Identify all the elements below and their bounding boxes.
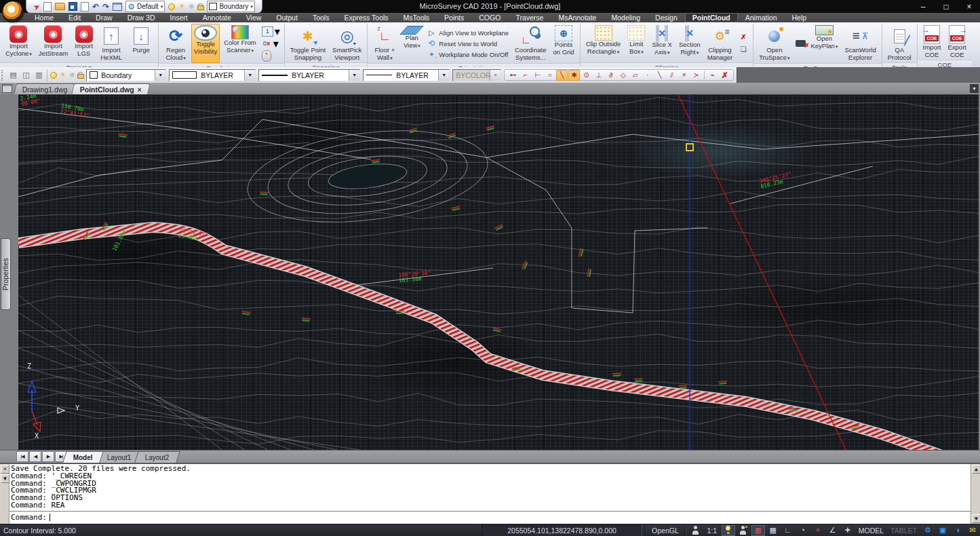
new-drawing-icon[interactable]	[43, 2, 52, 12]
ribbon-tab-annotate[interactable]: Annotate	[195, 13, 239, 22]
command-window[interactable]: × ▼ Save Complete. 20 files were compres…	[0, 463, 980, 524]
viewport-1-button[interactable]: 1▾	[262, 26, 280, 37]
pick-icon[interactable]: ➤	[32, 1, 42, 12]
doc-tab-drawing1-dwg[interactable]: Drawing1.dwg	[14, 83, 76, 94]
tablet-toggle[interactable]: TABLET	[888, 525, 920, 536]
clean-screen-icon[interactable]: ▣	[936, 525, 949, 536]
grid-display-icon[interactable]: ▦	[766, 525, 780, 536]
layer-combo[interactable]: Boundary▼	[86, 69, 166, 81]
import-jetstream-button[interactable]: ImportJetStream	[36, 24, 71, 62]
doc-tab-pointcloud-dwg[interactable]: PointCloud.dwg×	[71, 83, 150, 94]
ortho-icon[interactable]: ∟	[781, 525, 795, 536]
bulb-icon[interactable]	[168, 3, 175, 10]
scroll-down-icon[interactable]: ▼	[972, 514, 980, 523]
command-expand-icon[interactable]: ▼	[1, 474, 9, 483]
ribbon-tab-animation[interactable]: Animation	[738, 13, 785, 22]
world-icon[interactable]: ◑	[951, 525, 964, 536]
profile-combo[interactable]: ⚙Default▾	[125, 1, 165, 12]
snap-from-icon[interactable]: ≻	[690, 70, 702, 81]
redo-icon[interactable]: ↷	[102, 3, 109, 11]
snap-intersection-icon[interactable]: ⊢	[532, 70, 543, 81]
entity-properties-icon[interactable]: ▤	[8, 71, 18, 79]
chevron-down-icon[interactable]: ▼	[244, 70, 255, 81]
points-on-grid-button[interactable]: Pointson Grid	[550, 24, 576, 63]
snap-parallel-icon[interactable]: ⫽	[666, 70, 678, 81]
regen-cloud-button[interactable]: RegenCloud▾	[161, 24, 190, 63]
viewport-canvas[interactable]: 2.24m00'00"150.70m22°41'57"26°44'07"23.8…	[18, 94, 979, 450]
minimize-button[interactable]: –	[916, 2, 930, 12]
color-combo[interactable]: BYLAYER▼	[169, 69, 256, 81]
plot-style-combo[interactable]: BYCOLOR▼	[452, 69, 501, 81]
polar-icon[interactable]: ◔	[796, 525, 810, 536]
smartpick-viewport-button[interactable]: SmartPickViewport	[330, 24, 364, 62]
ribbon-tab-edit[interactable]: Edit	[61, 13, 88, 22]
otrack-icon[interactable]: ∠	[826, 525, 840, 536]
snap-extension-icon[interactable]: ╲	[654, 70, 665, 81]
mdi-window-icon[interactable]	[2, 84, 12, 93]
model-space-toggle[interactable]: MODEL	[856, 525, 886, 536]
maximize-button[interactable]: □	[939, 2, 953, 12]
reset-view-world-button[interactable]: Reset View to World	[427, 39, 509, 47]
import-coe-button[interactable]: COEImportCOE	[920, 24, 944, 60]
chevron-down-icon[interactable]: ▼	[155, 70, 165, 81]
command-scrollbar[interactable]: ▲ ▼	[971, 464, 980, 524]
clipping-manager-button[interactable]: ClippingManager	[705, 24, 736, 62]
linetype-combo[interactable]: BYLAYER▼	[258, 69, 360, 81]
truspace-camera-button[interactable]	[796, 39, 806, 49]
open-truspace-button[interactable]: OpenTruSpace▾	[756, 24, 792, 63]
scanworld-explorer-button[interactable]: ScanWorldExplorer	[842, 24, 878, 63]
ribbon-tab-insert[interactable]: Insert	[162, 13, 195, 22]
scale-indicator[interactable]: 1:1	[704, 525, 720, 536]
save-icon[interactable]	[68, 2, 77, 11]
slice-x-axis-button[interactable]: Slice XAxis▾	[649, 24, 675, 62]
snap-apparent-icon[interactable]: ✱	[568, 70, 580, 81]
lock-icon[interactable]	[197, 3, 203, 10]
settings-gear-icon[interactable]: ⚙	[921, 525, 935, 536]
section-right-button[interactable]: SectionRight▾	[676, 24, 703, 62]
snap-none-icon[interactable]: ×	[678, 70, 690, 81]
app-logo-icon[interactable]	[2, 1, 24, 22]
ribbon-tab-express-tools[interactable]: Express Tools	[336, 13, 395, 22]
sun-icon[interactable]: ☀	[178, 2, 185, 11]
snap-perpendicular-icon[interactable]: ⊥	[593, 70, 604, 81]
coordinate-systems-button[interactable]: CoordinateSystems...	[512, 24, 549, 63]
crosshair-icon[interactable]: +	[841, 525, 855, 536]
lineweight-combo[interactable]: BYLAYER▼	[363, 69, 450, 81]
ribbon-tab-pointcloud[interactable]: PointCloud	[685, 13, 738, 22]
floor-wall-button[interactable]: Floor +Wall▾	[370, 24, 399, 63]
snap-node-icon[interactable]: ⊙	[581, 70, 592, 81]
clip-outside-rectangle-button[interactable]: Clip OutsideRectangle▾	[583, 24, 624, 62]
chevron-down-icon[interactable]: ▼	[349, 70, 359, 81]
import-hexml-button[interactable]: ImportHeXML	[97, 24, 125, 62]
ribbon-tab-view[interactable]: View	[239, 13, 269, 22]
snap-insertion-icon[interactable]: ▱	[629, 70, 641, 81]
qat-layer-combo[interactable]: Boundary▾	[207, 1, 254, 12]
ribbon-tab-mstools[interactable]: MsTools	[396, 13, 437, 22]
clip-delete-button[interactable]	[738, 32, 749, 42]
layer-lock-icon[interactable]	[77, 72, 83, 79]
layout-tab-model[interactable]: Model	[62, 451, 103, 463]
points-visibility-button[interactable]: 0▾	[262, 39, 280, 49]
open-drawing-icon[interactable]	[55, 3, 65, 10]
snap-nearest-icon[interactable]: ╲	[556, 70, 568, 81]
export-coe-button[interactable]: COEExportCOE	[945, 24, 969, 60]
purge-button[interactable]: Purge	[127, 24, 155, 62]
ribbon-tab-draw-3d[interactable]: Draw 3D	[120, 13, 163, 22]
ribbon-tab-traverse[interactable]: Traverse	[508, 13, 551, 22]
snap-track-icon[interactable]: ⌁	[707, 70, 718, 81]
layer-thaw-icon[interactable]: ☀	[60, 71, 66, 79]
snap-clear-all-icon[interactable]: ✗	[719, 70, 730, 81]
snap-quadrant-icon[interactable]: ◇	[617, 70, 629, 81]
snap-center-icon[interactable]: ○	[544, 70, 555, 81]
command-input[interactable]: Command:	[9, 511, 971, 522]
undo-icon[interactable]: ↶	[92, 3, 99, 11]
layout-tab-layout2[interactable]: Layout2	[135, 451, 180, 463]
plot-preview-icon[interactable]	[81, 2, 89, 12]
user-settings-icon[interactable]	[737, 525, 750, 536]
ribbon-tab-home[interactable]: Home	[27, 13, 61, 22]
opengl-indicator[interactable]: OpenGL	[649, 525, 682, 536]
scroll-up-icon[interactable]: ▲	[972, 465, 980, 474]
ribbon-tab-tools[interactable]: Tools	[305, 13, 337, 22]
align-view-workplane-button[interactable]: Align View to Workplane	[427, 28, 509, 37]
close-tab-icon[interactable]: ×	[137, 86, 141, 94]
